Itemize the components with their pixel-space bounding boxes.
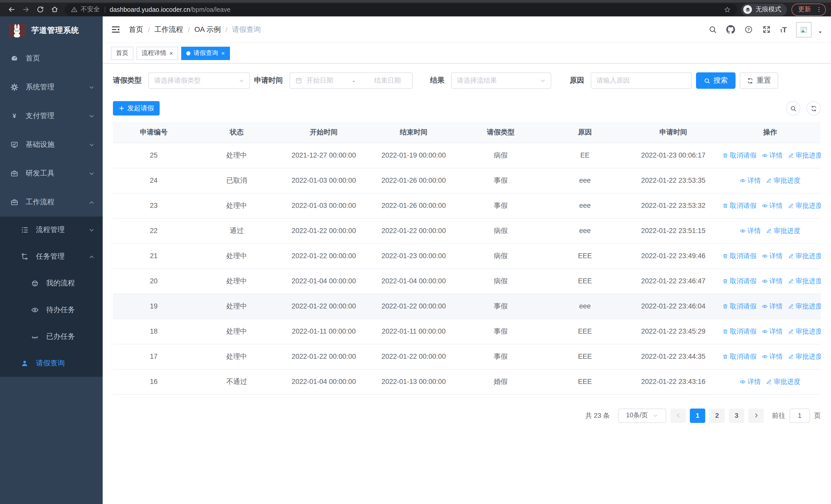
tab-流程详情[interactable]: 流程详情× — [137, 47, 178, 60]
action-label: 详情 — [748, 176, 761, 185]
browser-window: 不安全 dashboard.yudao.iocoder.cn /bpm/oa/l… — [0, 0, 831, 504]
next-page-button[interactable] — [748, 408, 764, 423]
action-detail[interactable]: 详情 — [762, 301, 783, 311]
font-size-icon[interactable]: tT — [780, 26, 787, 33]
action-detail[interactable]: 详情 — [762, 276, 783, 286]
sidebar-item-支付管理[interactable]: ¥支付管理 — [0, 101, 103, 130]
cell-status: 处理中 — [195, 319, 279, 344]
tab-首页[interactable]: 首页 — [111, 47, 134, 60]
monitor-icon — [10, 141, 19, 149]
apply-time-range-input[interactable]: 开始日期 - 结束日期 — [289, 72, 413, 89]
search-icon[interactable] — [709, 25, 717, 34]
action-cancel-leave[interactable]: 取消请假 — [722, 251, 756, 261]
cell-type: 病假 — [459, 268, 543, 294]
breadcrumb-item[interactable]: OA 示例 — [195, 25, 221, 34]
action-cancel-leave[interactable]: 取消请假 — [722, 151, 756, 160]
action-label: 取消请假 — [730, 251, 756, 261]
action-approval-progress[interactable]: 审批进度 — [788, 352, 821, 361]
action-label: 审批进度 — [796, 276, 821, 286]
goto-page-input[interactable]: 1 — [790, 408, 810, 423]
chevron-down-icon — [89, 84, 94, 90]
forward-button[interactable] — [20, 4, 32, 15]
cell-reason: eee — [543, 218, 627, 243]
table-row: 25处理中2021-12-27 00:00:002022-01-19 00:00… — [113, 143, 821, 168]
result-select[interactable]: 请选择流结果 — [451, 72, 551, 89]
leave-type-select[interactable]: 请选择请假类型 — [148, 72, 250, 89]
reset-button[interactable]: 重置 — [740, 72, 778, 89]
page-button-3[interactable]: 3 — [729, 408, 744, 423]
toggle-search-button[interactable] — [786, 101, 800, 116]
kebab-menu-icon[interactable] — [815, 6, 822, 13]
action-approval-progress[interactable]: 审批进度 — [788, 327, 821, 336]
action-cancel-leave[interactable]: 取消请假 — [722, 301, 756, 311]
breadcrumb-item[interactable]: 首页 — [129, 25, 143, 34]
action-detail[interactable]: 详情 — [740, 226, 761, 235]
prev-page-button[interactable] — [670, 408, 686, 423]
sidebar-item-工作流程[interactable]: 工作流程 — [0, 188, 103, 216]
sidebar-item-首页[interactable]: 首页 — [0, 44, 103, 73]
edit-icon — [788, 253, 794, 259]
action-approval-progress[interactable]: 审批进度 — [788, 276, 821, 286]
github-icon[interactable] — [726, 25, 735, 34]
page-size-select[interactable]: 10条/页 — [618, 408, 666, 423]
action-label: 详情 — [769, 251, 783, 261]
sidebar-item-待办任务[interactable]: 待办任务 — [0, 297, 103, 323]
incognito-badge[interactable]: 无痕模式 — [741, 3, 787, 16]
sidebar-item-我的流程[interactable]: 我的流程 — [0, 270, 103, 297]
address-bar[interactable]: 不安全 dashboard.yudao.iocoder.cn /bpm/oa/l… — [65, 3, 737, 16]
help-icon[interactable]: ? — [745, 25, 753, 34]
sidebar-item-研发工具[interactable]: 研发工具 — [0, 159, 103, 188]
action-approval-progress[interactable]: 审批进度 — [788, 151, 821, 160]
tab-请假查询[interactable]: 请假查询× — [181, 47, 230, 60]
action-approval-progress[interactable]: 审批进度 — [766, 176, 800, 185]
reload-button[interactable] — [34, 4, 46, 15]
action-detail[interactable]: 详情 — [740, 377, 761, 386]
app-header: 首页/工作流程/OA 示例/请假查询 ?tT — [103, 17, 831, 43]
action-approval-progress[interactable]: 审批进度 — [766, 377, 800, 386]
action-label: 审批进度 — [796, 251, 821, 261]
page-content: 请假类型 请选择请假类型 申请时间 开始日期 - 结束日期 — [103, 64, 831, 504]
sidebar-item-已办任务[interactable]: 已办任务 — [0, 323, 103, 350]
reason-input[interactable]: 请输入原因 — [591, 72, 692, 89]
page-button-2[interactable]: 2 — [709, 408, 725, 423]
refresh-table-button[interactable] — [806, 101, 821, 116]
create-leave-button[interactable]: 发起请假 — [113, 101, 160, 116]
sidebar-item-请假查询[interactable]: 请假查询 — [0, 350, 103, 377]
cell-status: 处理中 — [195, 344, 279, 369]
action-approval-progress[interactable]: 审批进度 — [788, 251, 821, 261]
sidebar-item-流程管理[interactable]: 流程管理 — [0, 216, 103, 243]
breadcrumb-item[interactable]: 工作流程 — [154, 25, 183, 34]
action-detail[interactable]: 详情 — [762, 151, 783, 160]
cell-apply_time: 2022-01-22 23:53:35 — [627, 168, 719, 193]
action-detail[interactable]: 详情 — [762, 352, 783, 361]
action-cancel-leave[interactable]: 取消请假 — [722, 327, 756, 336]
action-detail[interactable]: 详情 — [762, 327, 783, 336]
bookmark-star-icon[interactable] — [724, 6, 731, 13]
avatar[interactable] — [796, 22, 811, 37]
page-button-1[interactable]: 1 — [690, 408, 705, 423]
action-detail[interactable]: 详情 — [740, 176, 761, 185]
action-detail[interactable]: 详情 — [762, 251, 783, 261]
tab-close-icon[interactable]: × — [221, 50, 225, 56]
browser-update-button[interactable]: 更新 — [792, 3, 826, 16]
sidebar-collapse-icon[interactable] — [111, 25, 121, 34]
tab-close-icon[interactable]: × — [169, 50, 173, 56]
column-原因: 原因 — [543, 122, 627, 143]
action-approval-progress[interactable]: 审批进度 — [788, 201, 821, 210]
cell-reason: EEE — [543, 243, 627, 268]
action-detail[interactable]: 详情 — [762, 201, 783, 210]
search-button[interactable]: 搜索 — [696, 72, 736, 89]
home-button[interactable] — [48, 4, 61, 15]
sidebar-item-基础设施[interactable]: 基础设施 — [0, 130, 103, 159]
back-button[interactable] — [5, 4, 18, 15]
fullscreen-icon[interactable] — [763, 25, 771, 34]
action-approval-progress[interactable]: 审批进度 — [766, 226, 800, 235]
cell-actions: 取消请假详情审批进度 — [720, 344, 821, 369]
caret-down-icon[interactable] — [818, 30, 823, 35]
action-approval-progress[interactable]: 审批进度 — [788, 301, 821, 311]
action-cancel-leave[interactable]: 取消请假 — [722, 201, 756, 210]
sidebar-item-系统管理[interactable]: 系统管理 — [0, 73, 103, 101]
action-cancel-leave[interactable]: 取消请假 — [722, 352, 756, 361]
sidebar-item-任务管理[interactable]: 任务管理 — [0, 243, 103, 270]
action-cancel-leave[interactable]: 取消请假 — [722, 276, 756, 286]
